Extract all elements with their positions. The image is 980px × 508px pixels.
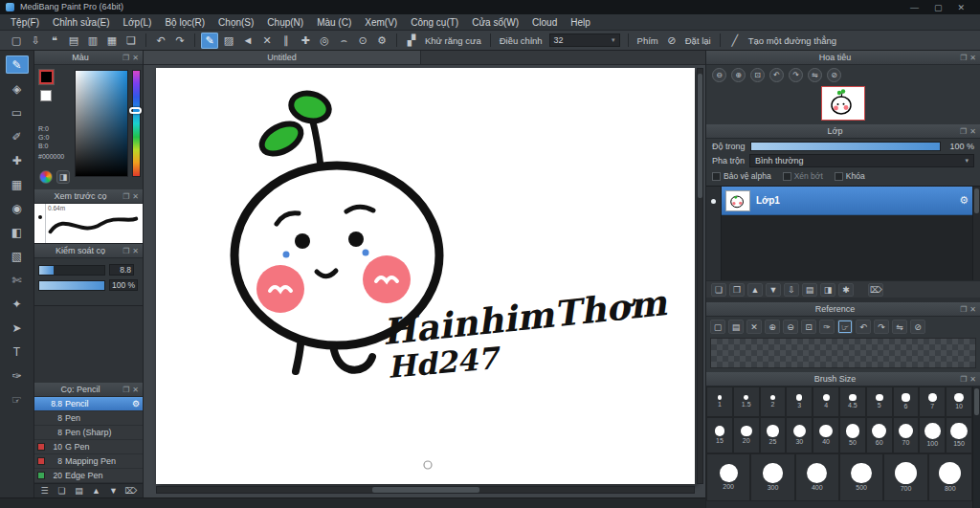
duplicate-layer-icon[interactable]: ❐ <box>729 283 745 297</box>
brush-size-option[interactable]: 20 <box>733 417 760 453</box>
new-file-icon[interactable]: ▢ <box>8 33 25 49</box>
horizontal-scrollbar[interactable] <box>156 486 695 494</box>
popout-icon[interactable]: ❐ <box>122 54 129 62</box>
brush-size-option[interactable]: 7 <box>919 387 946 417</box>
primary-color-swatch[interactable] <box>39 70 54 84</box>
figure-brush-tool-icon[interactable]: ▭ <box>6 103 29 121</box>
maximize-button[interactable]: ▢ <box>934 3 943 12</box>
undo-icon[interactable]: ↶ <box>152 33 169 49</box>
popout-icon[interactable]: ❐ <box>122 192 129 201</box>
panel-icon[interactable]: ❏ <box>122 33 140 49</box>
close-icon[interactable]: ✕ <box>132 192 139 201</box>
eraser-tool-icon[interactable]: ◈ <box>6 79 29 98</box>
flip-horizontal-icon[interactable]: ⇋ <box>892 320 907 334</box>
brush-size-option[interactable]: 1 <box>706 387 733 417</box>
popout-icon[interactable]: ❐ <box>122 247 129 255</box>
airbrush-mode-icon[interactable]: ▨ <box>220 33 237 49</box>
brush-size-option[interactable]: 1.5 <box>733 387 760 417</box>
zoom-fit-icon[interactable]: ⊡ <box>750 68 765 82</box>
hand-tool-icon[interactable]: ☞ <box>6 390 29 409</box>
snap-off-icon[interactable]: ✕ <box>258 33 276 49</box>
snap-ellipse-icon[interactable]: ⊙ <box>354 33 371 49</box>
brush-menu-icon[interactable]: ☰ <box>38 485 51 497</box>
brush-size-option[interactable]: 200 <box>706 453 750 501</box>
fill-tool-icon[interactable]: ◉ <box>6 199 29 217</box>
brush-size-option[interactable]: 300 <box>750 453 794 501</box>
close-icon[interactable]: ✕ <box>969 305 976 314</box>
menu-item[interactable]: Xem(V) <box>358 14 404 31</box>
clipping-checkbox[interactable]: Xén bớt <box>783 171 823 181</box>
pen-mode-icon[interactable]: ✎ <box>201 33 218 49</box>
swap-colors-icon[interactable]: ◨ <box>56 170 70 184</box>
brush-size-option[interactable]: 5 <box>866 387 893 417</box>
adjust-input[interactable]: 32 ▾ <box>549 33 620 47</box>
popout-icon[interactable]: ❐ <box>122 386 129 394</box>
brush-size-slider[interactable] <box>38 265 105 276</box>
move-tool-icon[interactable]: ✚ <box>6 151 29 169</box>
layer-folder-icon[interactable]: ▤ <box>802 283 817 297</box>
merge-layer-icon[interactable]: ⇩ <box>784 283 799 297</box>
rotate-ccw-icon[interactable]: ↶ <box>856 320 871 334</box>
delete-brush-icon[interactable]: ⌦ <box>124 485 137 497</box>
pen-tool-icon[interactable]: ✎ <box>6 55 29 74</box>
flip-horizontal-icon[interactable]: ⇋ <box>808 68 822 82</box>
close-icon[interactable]: ✕ <box>132 247 139 255</box>
antialias-icon[interactable]: ▞ <box>403 33 420 49</box>
blend-mode-select[interactable]: Bình thường ▾ <box>749 154 974 167</box>
close-icon[interactable]: ✕ <box>969 127 976 136</box>
text-tool-icon[interactable]: T <box>6 342 29 361</box>
rotate-ccw-icon[interactable]: ↶ <box>769 68 784 82</box>
blur-mode-icon[interactable]: ◄ <box>239 33 256 49</box>
zoom-in-icon[interactable]: ⊕ <box>731 68 746 82</box>
brush-size-option[interactable]: 50 <box>839 417 866 453</box>
menu-item[interactable]: Tệp(F) <box>4 14 46 31</box>
brush-list-item[interactable]: 8.8 Pencil ⚙ <box>34 397 143 411</box>
eyedropper-tool-icon[interactable]: ✑ <box>6 366 29 385</box>
brush-size-option[interactable]: 25 <box>760 417 787 453</box>
eyedropper-icon[interactable]: ✑ <box>819 320 835 334</box>
brush-size-option[interactable]: 2 <box>760 387 787 417</box>
comic-bubble-icon[interactable]: ❝ <box>46 33 63 49</box>
close-icon[interactable]: ✕ <box>969 375 976 384</box>
add-layer-icon[interactable]: ❏ <box>711 283 726 297</box>
saturation-value-picker[interactable] <box>75 70 128 177</box>
close-button[interactable]: ✕ <box>957 3 965 12</box>
redo-icon[interactable]: ↷ <box>171 33 189 49</box>
menu-item[interactable]: Lớp(L) <box>117 14 159 31</box>
reference-image-area[interactable] <box>710 338 976 368</box>
vertical-scrollbar[interactable] <box>697 68 703 484</box>
brush-settings-icon[interactable]: ⚙ <box>132 399 140 409</box>
navigator-thumbnail[interactable] <box>821 86 865 121</box>
select-tool-icon[interactable]: ▧ <box>6 247 29 265</box>
popout-icon[interactable]: ❐ <box>960 305 967 314</box>
minimize-button[interactable]: — <box>910 3 919 12</box>
reset-label[interactable]: Đặt lại <box>685 35 711 46</box>
popout-icon[interactable]: ❐ <box>960 375 967 384</box>
layer-settings-icon[interactable]: ✱ <box>838 283 854 297</box>
brush-list-item[interactable]: 10 G Pen ⚙ <box>34 440 143 454</box>
gradient-tool-icon[interactable]: ◧ <box>6 223 29 241</box>
brush-size-option[interactable]: 10 <box>946 387 972 417</box>
zoom-out-icon[interactable]: ⊖ <box>783 320 798 334</box>
hue-slider-knob[interactable] <box>129 107 142 114</box>
layer-settings-icon[interactable]: ⚙ <box>959 194 969 207</box>
lock-checkbox[interactable]: Khóa <box>835 171 865 181</box>
menu-item[interactable]: Chọn(S) <box>212 14 260 31</box>
brush-size-option[interactable]: 800 <box>928 453 972 501</box>
control-tool-icon[interactable]: ➤ <box>6 319 29 337</box>
hand-icon[interactable]: ☞ <box>837 320 853 334</box>
close-icon[interactable]: ✕ <box>132 386 139 394</box>
reset-view-icon[interactable]: ⊘ <box>910 320 925 334</box>
menu-item[interactable]: Chụp(N) <box>260 14 310 31</box>
color-wheel-icon[interactable] <box>39 170 53 184</box>
menu-item[interactable]: Bộ lọc(R) <box>158 14 212 31</box>
horizontal-scrollbar-thumb[interactable] <box>372 487 479 493</box>
brush-size-option[interactable]: 500 <box>839 453 883 501</box>
lasso-tool-icon[interactable]: ✄ <box>6 271 29 289</box>
brush-size-option[interactable]: 3 <box>786 387 813 417</box>
brush-size-option[interactable]: 70 <box>893 417 920 453</box>
brush-size-option[interactable]: 60 <box>866 417 893 453</box>
close-icon[interactable]: ✕ <box>969 54 976 62</box>
brush-size-option[interactable]: 4.5 <box>839 387 866 417</box>
reset-view-icon[interactable]: ⊘ <box>827 68 841 82</box>
